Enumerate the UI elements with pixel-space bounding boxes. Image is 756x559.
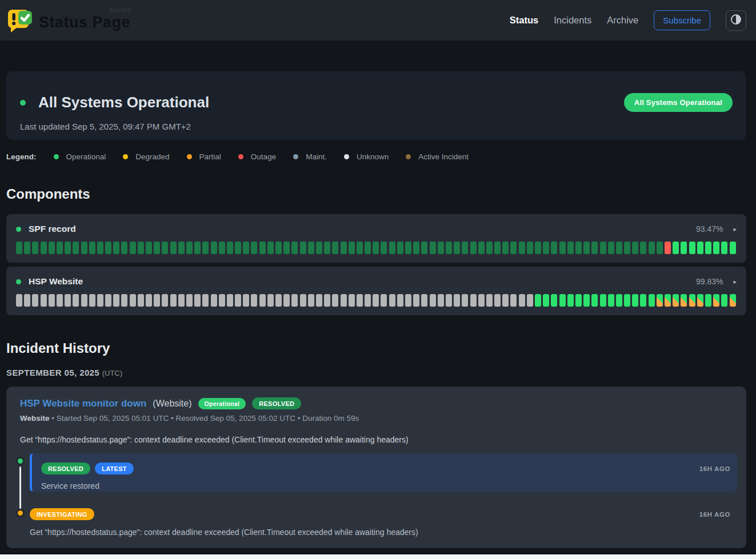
uptime-bar-no-data[interactable] [405,294,411,307]
uptime-bar-no-data[interactable] [73,294,79,307]
uptime-bar-operational-dim[interactable] [97,242,103,254]
uptime-bar-operational-dim[interactable] [211,242,217,254]
uptime-bar-no-data[interactable] [373,294,379,307]
component-header[interactable]: SPF record 93.47% ▸ [16,224,737,234]
uptime-bar-operational[interactable] [575,294,582,307]
uptime-bar-no-data[interactable] [57,294,63,307]
uptime-bar-no-data[interactable] [211,294,217,307]
uptime-bar-operational[interactable] [640,294,646,307]
incident-title-link[interactable]: HSP Website monitor down [20,398,146,409]
uptime-bar-operational-dim[interactable] [510,242,517,254]
uptime-bar-operational-dim[interactable] [462,242,468,254]
uptime-bar-operational-dim[interactable] [600,242,606,254]
uptime-bar-no-data[interactable] [519,294,525,307]
uptime-bar-operational-dim[interactable] [567,242,574,254]
uptime-bar-operational-dim[interactable] [170,242,177,254]
subscribe-button[interactable]: Subscribe [654,10,710,30]
uptime-bar-no-data[interactable] [357,294,363,307]
uptime-bar-operational-dim[interactable] [421,242,427,254]
uptime-bar-operational-dim[interactable] [24,242,30,254]
uptime-bar-operational-dim[interactable] [283,242,290,254]
uptime-bar-no-data[interactable] [510,294,517,307]
component-header[interactable]: HSP Website 99.83% ▸ [16,276,737,287]
uptime-bar-operational[interactable] [697,242,703,254]
uptime-bar-operational[interactable] [730,242,736,254]
uptime-bar-operational[interactable] [616,294,622,307]
uptime-bar-operational-dim[interactable] [430,242,436,254]
uptime-bar-operational[interactable] [624,294,630,307]
uptime-bar-operational[interactable] [705,242,711,254]
uptime-bar-no-data[interactable] [527,294,533,307]
uptime-bar-operational-dim[interactable] [502,242,509,254]
uptime-bar-operational-dim[interactable] [235,242,241,254]
uptime-bar-operational-dim[interactable] [373,242,379,254]
uptime-bar-operational[interactable] [543,294,549,307]
uptime-bar-no-data[interactable] [438,294,444,307]
uptime-bar-operational-dim[interactable] [138,242,144,254]
uptime-bar-operational[interactable] [535,294,541,307]
uptime-bar-partial-degraded[interactable] [657,294,663,307]
uptime-bar-operational-dim[interactable] [267,242,274,254]
uptime-bar-operational-dim[interactable] [178,242,185,254]
uptime-bar-operational-dim[interactable] [575,242,582,254]
uptime-bar-no-data[interactable] [502,294,509,307]
uptime-bar-no-data[interactable] [275,294,282,307]
uptime-bar-operational-dim[interactable] [251,242,257,254]
uptime-bar-no-data[interactable] [65,294,71,307]
uptime-bar-partial-degraded[interactable] [689,294,695,307]
uptime-bar-operational[interactable] [559,294,566,307]
uptime-bar-operational[interactable] [608,294,614,307]
uptime-bar-no-data[interactable] [397,294,403,307]
uptime-bar-operational-dim[interactable] [162,242,168,254]
uptime-bar-partial-degraded[interactable] [673,294,679,307]
uptime-bar-no-data[interactable] [349,294,355,307]
uptime-bar-no-data[interactable] [105,294,111,307]
uptime-bar-outage[interactable] [665,242,671,254]
uptime-bar-no-data[interactable] [154,294,160,307]
uptime-bar-no-data[interactable] [478,294,485,307]
uptime-bar-operational-dim[interactable] [259,242,266,254]
uptime-bar-no-data[interactable] [462,294,468,307]
uptime-bar-operational-dim[interactable] [438,242,444,254]
uptime-bar-operational-dim[interactable] [591,242,598,254]
uptime-bar-operational-dim[interactable] [308,242,314,254]
uptime-bar-no-data[interactable] [494,294,501,307]
uptime-bar-no-data[interactable] [283,294,290,307]
uptime-bar-no-data[interactable] [365,294,371,307]
uptime-bar-operational-dim[interactable] [81,242,87,254]
uptime-bar-no-data[interactable] [381,294,387,307]
uptime-bar-no-data[interactable] [170,294,177,307]
uptime-bar-no-data[interactable] [162,294,168,307]
uptime-bar-operational-dim[interactable] [146,242,152,254]
uptime-bar-operational-dim[interactable] [121,242,127,254]
uptime-bar-operational-dim[interactable] [405,242,411,254]
uptime-bar-operational-dim[interactable] [324,242,330,254]
uptime-bar-operational[interactable] [713,242,719,254]
uptime-bar-operational-dim[interactable] [202,242,209,254]
uptime-bar-no-data[interactable] [421,294,427,307]
uptime-bar-no-data[interactable] [24,294,30,307]
nav-incidents[interactable]: Incidents [554,15,591,26]
uptime-bar-operational-dim[interactable] [616,242,622,254]
uptime-bar-partial-degraded[interactable] [681,294,687,307]
uptime-bar-no-data[interactable] [97,294,103,307]
uptime-bar-operational-dim[interactable] [275,242,282,254]
uptime-bar-no-data[interactable] [470,294,477,307]
uptime-bar-no-data[interactable] [251,294,257,307]
uptime-bar-operational-dim[interactable] [349,242,355,254]
uptime-bar-operational-dim[interactable] [219,242,225,254]
uptime-bar-no-data[interactable] [121,294,127,307]
uptime-bar-operational-dim[interactable] [65,242,71,254]
uptime-bar-operational-dim[interactable] [486,242,493,254]
uptime-bar-operational-dim[interactable] [657,242,663,254]
uptime-bar-no-data[interactable] [446,294,452,307]
uptime-bar-operational-dim[interactable] [470,242,477,254]
uptime-bar-operational-dim[interactable] [535,242,541,254]
uptime-bar-no-data[interactable] [308,294,314,307]
uptime-bar-operational-dim[interactable] [113,242,119,254]
uptime-bar-operational-dim[interactable] [332,242,338,254]
uptime-bar-partial-degraded[interactable] [730,294,736,307]
uptime-bar-no-data[interactable] [16,294,22,307]
uptime-bar-operational-dim[interactable] [49,242,55,254]
uptime-bar-no-data[interactable] [341,294,347,307]
